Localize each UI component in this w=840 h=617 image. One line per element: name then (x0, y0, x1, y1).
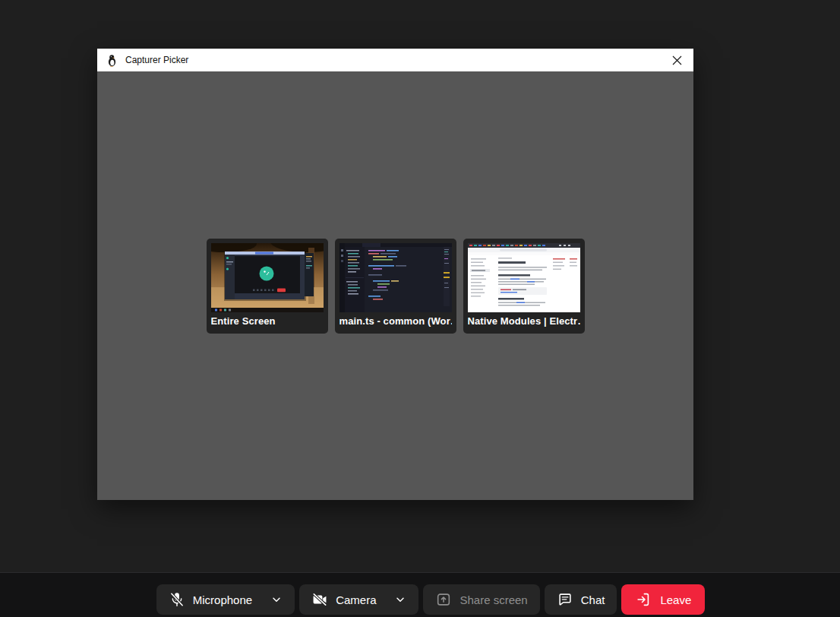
microphone-label: Microphone (193, 593, 252, 606)
microphone-muted-icon (169, 591, 185, 608)
share-screen-label: Share screen (459, 593, 527, 606)
controls-row: Microphone Camera Share screen (11, 573, 840, 615)
vscode-window-thumbnail (339, 243, 452, 312)
leave-button[interactable]: Leave (621, 584, 705, 615)
source-card-vscode-window[interactable]: main.ts - common (Wor… (335, 239, 456, 334)
close-button[interactable] (660, 49, 693, 71)
microphone-button[interactable]: Microphone (156, 584, 295, 615)
camera-button[interactable]: Camera (299, 584, 418, 615)
entire-screen-thumbnail (211, 243, 324, 312)
camera-muted-icon (311, 591, 328, 608)
browser-window-thumbnail (468, 243, 580, 312)
chat-label: Chat (581, 593, 605, 606)
source-label: Native Modules | Electr… (468, 315, 580, 327)
meeting-app-root: { "dialog": { "title": "Capturer Picker"… (0, 0, 840, 617)
source-card-entire-screen[interactable]: Entire Screen (207, 239, 328, 334)
chevron-down-icon (394, 593, 406, 606)
penguin-icon (106, 54, 118, 67)
source-card-browser-window[interactable]: Native Modules | Electr… (463, 239, 585, 334)
source-label: main.ts - common (Wor… (339, 315, 452, 327)
dialog-title: Capturer Picker (125, 55, 660, 65)
leave-label: Leave (660, 593, 691, 606)
source-list: Entire Screen (97, 71, 693, 500)
close-icon (672, 55, 682, 65)
control-bar: Microphone Camera Share screen (0, 572, 840, 617)
capturer-picker-dialog: Capturer Picker (97, 49, 693, 500)
dialog-titlebar: Capturer Picker (97, 49, 693, 71)
chat-button[interactable]: Chat (545, 584, 617, 615)
screen-share-icon (435, 591, 452, 608)
chevron-down-icon (270, 593, 283, 606)
chat-bubble-icon (557, 591, 573, 608)
leave-room-icon (635, 591, 652, 608)
share-screen-button[interactable]: Share screen (423, 584, 539, 615)
camera-label: Camera (336, 593, 376, 606)
source-label: Entire Screen (211, 315, 324, 327)
